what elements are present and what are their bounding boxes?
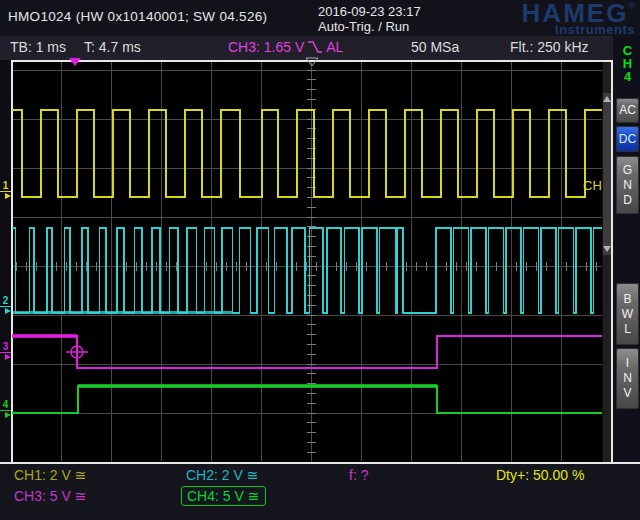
right-arrow-icon [5,308,11,314]
device-title: HMO1024 (HW 0x10140001; SW 04.526) [8,9,267,24]
channel-3-digit: 3 [0,342,11,353]
coupling-dc-button[interactable]: DC [616,126,639,152]
ch2-scale-readout: CH2: 2 V≅ [186,467,259,483]
channel-3-position-marker[interactable]: 3 [0,342,11,360]
trigger-filter-label: AL [326,39,343,55]
sample-rate-readout: 50 MSa [411,39,459,55]
vertical-scroll-thumb[interactable] [603,93,611,255]
oscilloscope-screen: HMO1024 (HW 0x10140001; SW 04.526) 2016-… [0,0,640,520]
ch3-coupling-icon: ≅ [75,488,87,504]
hameg-logo: HAMEG® Instruments [522,1,635,37]
frequency-readout: f: ? [349,467,368,483]
channel-4-position-marker[interactable]: 4 [0,400,11,418]
coupling-ac-button[interactable]: AC [616,98,639,123]
falling-edge-icon [307,41,323,54]
clipped-channel-label: CH1 [583,178,602,193]
ch2-coupling-icon: ≅ [247,467,259,483]
ch4-coupling-icon: ≅ [248,488,260,504]
duty-cycle-readout: Dty+: 50.00 % [496,467,584,483]
trigger-source-level: CH3: 1.65 V [228,39,304,55]
bottom-bar: CH1: 2 V≅ CH2: 2 V≅ f: ? Dty+: 50.00 % C… [0,464,640,520]
scroll-up-arrow-icon [603,96,611,102]
ch4-selected-box: CH4: 5 V≅ [181,486,266,506]
trigger-mode: Auto-Trig. / Run [318,19,421,34]
display-border-top [11,60,613,62]
scroll-down-arrow-icon [603,246,611,252]
channel-2-digit: 2 [0,296,11,307]
ch4-scale-readout: CH4: 5 V≅ [187,488,260,504]
channel-4-digit: 4 [0,400,11,411]
ch1-coupling-icon: ≅ [75,467,87,483]
right-arrow-icon [5,193,11,199]
trigger-time-readout: T: 4.7 ms [84,39,141,55]
display-border-left [11,60,13,464]
right-arrow-icon [5,412,11,418]
timebase-readout: TB: 1 ms [10,39,66,55]
ch3-scale-readout: CH3: 5 V≅ [14,488,87,504]
registered-mark: ® [628,1,635,11]
menu-channel-label: C H 4 [616,44,639,83]
channel-2-position-marker[interactable]: 2 [0,296,11,314]
coupling-gnd-button[interactable]: G N D [616,156,639,214]
ch1-scale-readout: CH1: 2 V≅ [14,467,87,483]
top-bar: HMO1024 (HW 0x10140001; SW 04.526) 2016-… [0,0,640,36]
status-bar: TB: 1 ms T: 4.7 ms CH3: 1.65 V AL 50 MSa… [0,36,640,60]
datetime: 2016-09-23 23:17 [318,4,421,19]
bandwidth-limit-button[interactable]: B W L [616,283,639,345]
right-arrow-icon [5,354,11,360]
trigger-readout: CH3: 1.65 V AL [228,39,343,55]
filter-readout: Flt.: 250 kHz [510,39,589,55]
invert-button[interactable]: I N V [616,348,639,409]
waveform-display [13,62,602,462]
channel-1-position-marker[interactable]: 1 [0,181,11,199]
channel-1-digit: 1 [0,181,11,192]
datetime-block: 2016-09-23 23:17 Auto-Trig. / Run [318,4,421,34]
